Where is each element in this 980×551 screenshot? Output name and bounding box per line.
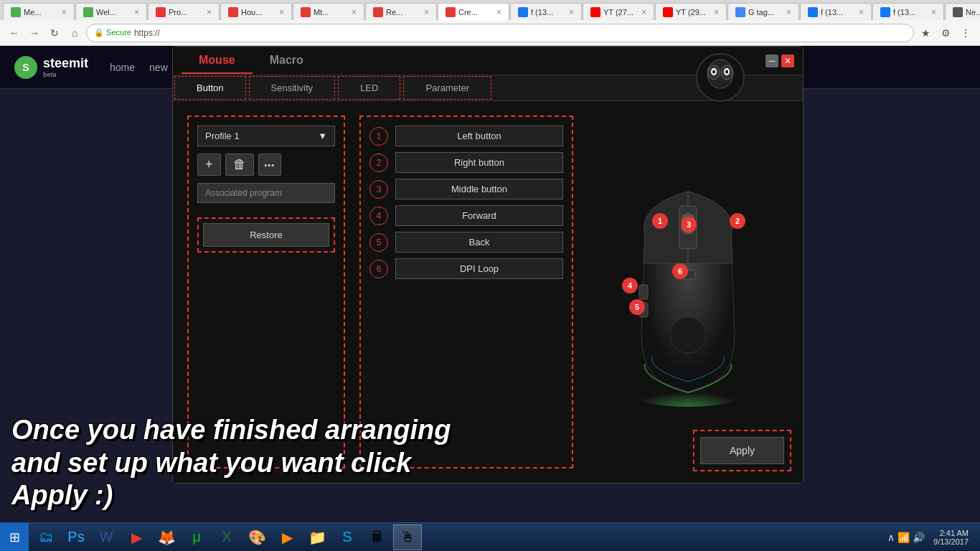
taskbar-icons: ∧ 📶 🔊 <box>887 532 925 543</box>
taskbar-items: 🗂 Ps W ▶ 🦊 μ X 🎨 ▶ 📁 S 🖩 🖱 <box>29 524 882 550</box>
tab-13[interactable]: f (13... × <box>872 3 944 20</box>
tab-14[interactable]: Ne... × <box>945 3 980 20</box>
taskbar-item-calc[interactable]: 🖩 <box>363 524 392 550</box>
tab-10-label: YT (29... <box>676 8 711 17</box>
tab-2[interactable]: Wel... × <box>75 3 147 20</box>
sub-tab-parameter[interactable]: Parameter <box>403 76 491 100</box>
address-bar[interactable]: 🔒 Secure https:// <box>86 24 914 42</box>
taskbar-item-paint[interactable]: 🎨 <box>242 524 271 550</box>
taskbar-item-files[interactable]: 📁 <box>303 524 331 550</box>
tab-13-label: f (13... <box>893 8 928 17</box>
tab-12[interactable]: f (13... × <box>800 3 872 20</box>
taskbar-item-torrent[interactable]: μ <box>182 524 211 550</box>
svg-rect-12 <box>639 285 648 299</box>
tab-4[interactable]: Hou... × <box>220 3 292 20</box>
close-button[interactable]: ✕ <box>781 55 794 67</box>
tab-11-close[interactable]: × <box>786 7 791 17</box>
nav-new[interactable]: new <box>149 62 168 73</box>
bottom-text-line2: and set up what you want click Apply :) <box>11 448 411 511</box>
taskbar: ⊞ 🗂 Ps W ▶ 🦊 μ X 🎨 ▶ 📁 S 🖩 🖱 ∧ 📶 🔊 2:41 … <box>0 522 980 551</box>
tab-5-close[interactable]: × <box>352 7 357 17</box>
start-button[interactable]: ⊞ <box>0 523 29 552</box>
tab-2-close[interactable]: × <box>134 7 139 17</box>
extensions-button[interactable]: ⚙ <box>937 24 954 42</box>
taskbar-item-explorer[interactable]: 🗂 <box>32 524 60 550</box>
tab-11-label: G tag... <box>748 8 783 17</box>
tab-3-close[interactable]: × <box>207 7 212 17</box>
app-logo <box>695 52 745 105</box>
tab-7-close[interactable]: × <box>496 7 501 17</box>
bottom-text-content: Once you have finished arranging and set… <box>11 414 491 512</box>
taskbar-item-skype[interactable]: S <box>333 524 362 550</box>
button-num-6: 6 <box>369 260 388 278</box>
tab-5[interactable]: Mt... × <box>293 3 364 20</box>
tab-1-close[interactable]: × <box>62 7 67 17</box>
button-label-2[interactable]: Right button <box>395 152 563 173</box>
tab-6[interactable]: Re... × <box>365 3 437 20</box>
taskbar-item-firefox[interactable]: 🦊 <box>152 524 181 550</box>
tab-1[interactable]: Me... × <box>3 3 75 20</box>
app-tab-macro[interactable]: Macro <box>253 48 321 74</box>
button-label-6[interactable]: DPI Loop <box>395 258 563 279</box>
button-list: 1 Left button 2 Right button 3 Middle bu… <box>369 126 563 279</box>
profile-select[interactable]: Profile 1 ▼ <box>197 126 335 146</box>
tab-1-label: Me... <box>24 8 59 17</box>
button-num-1: 1 <box>369 127 388 146</box>
minimize-button[interactable]: ─ <box>765 55 778 67</box>
mouse-num-3: 3 <box>681 217 697 232</box>
tab-8-close[interactable]: × <box>569 7 574 17</box>
tab-8[interactable]: f (13... × <box>510 3 582 20</box>
tab-10-close[interactable]: × <box>714 7 719 17</box>
back-button[interactable]: ← <box>6 24 23 42</box>
forward-button[interactable]: → <box>26 24 43 42</box>
right-panel: 1 2 3 4 5 6 <box>588 116 788 468</box>
apply-button[interactable]: Apply <box>700 437 784 464</box>
tab-6-close[interactable]: × <box>424 7 429 17</box>
reload-button[interactable]: ↻ <box>46 24 63 42</box>
menu-button[interactable]: ⋮ <box>957 24 974 42</box>
sub-tab-sensitivity[interactable]: Sensitivity <box>249 76 336 100</box>
button-label-1[interactable]: Left button <box>395 126 563 146</box>
tab-7-active[interactable]: Cre... × <box>438 3 509 20</box>
app-tab-mouse[interactable]: Mouse <box>182 48 253 74</box>
tab-9-close[interactable]: × <box>641 7 646 17</box>
button-item-5: 5 Back <box>369 232 563 253</box>
taskbar-item-mouse[interactable]: 🖱 <box>393 524 422 550</box>
tab-4-close[interactable]: × <box>279 7 284 17</box>
button-label-4[interactable]: Forward <box>395 205 563 226</box>
tab-10[interactable]: YT (29... × <box>655 3 727 20</box>
taskbar-item-vlc[interactable]: ▶ <box>273 524 301 550</box>
tab-12-close[interactable]: × <box>859 7 864 17</box>
taskbar-volume[interactable]: 🔊 <box>913 532 925 543</box>
mouse-num-4: 4 <box>622 278 638 293</box>
steemit-icon: S <box>14 56 37 79</box>
taskbar-item-excel[interactable]: X <box>212 524 241 550</box>
associated-program[interactable]: Associated program <box>197 183 335 203</box>
taskbar-item-word[interactable]: W <box>92 524 121 550</box>
button-label-3[interactable]: Middle button <box>395 179 563 199</box>
apply-area: Apply <box>693 430 791 471</box>
delete-profile-button[interactable]: 🗑 <box>225 154 254 176</box>
more-profile-button[interactable]: ••• <box>258 154 282 176</box>
tab-13-close[interactable]: × <box>931 7 936 17</box>
tab-9[interactable]: YT (27... × <box>583 3 654 20</box>
taskbar-chevron[interactable]: ∧ <box>887 532 895 543</box>
mouse-num-5: 5 <box>629 299 645 315</box>
home-button[interactable]: ⌂ <box>66 24 83 42</box>
mouse-num-6: 6 <box>672 263 688 279</box>
tab-4-label: Hou... <box>241 8 276 17</box>
tab-8-label: f (13... <box>531 8 566 17</box>
taskbar-item-media[interactable]: ▶ <box>122 524 151 550</box>
taskbar-item-photoshop[interactable]: Ps <box>62 524 90 550</box>
tab-11[interactable]: G tag... × <box>727 3 799 20</box>
bookmark-button[interactable]: ★ <box>917 24 934 42</box>
restore-button[interactable]: Restore <box>203 223 329 247</box>
add-profile-button[interactable]: + <box>197 154 221 176</box>
secure-badge: 🔒 Secure <box>94 28 131 37</box>
button-num-2: 2 <box>369 154 388 172</box>
nav-home[interactable]: home <box>110 62 135 73</box>
button-label-5[interactable]: Back <box>395 232 563 253</box>
sub-tab-button[interactable]: Button <box>174 76 246 100</box>
tab-3[interactable]: Pro... × <box>148 3 220 20</box>
sub-tab-led[interactable]: LED <box>338 76 400 100</box>
